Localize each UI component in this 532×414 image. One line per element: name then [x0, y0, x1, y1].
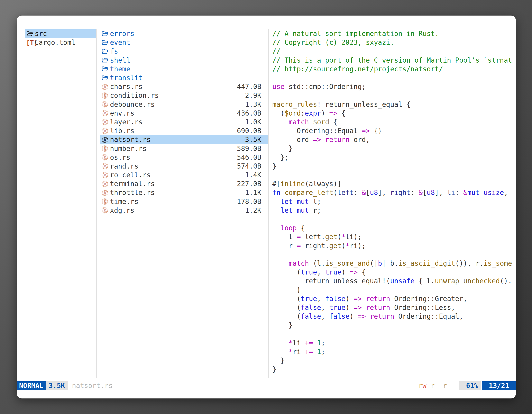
parent-item[interactable]: R [T] src	[25, 29, 96, 38]
rust-file-icon: R	[101, 83, 109, 90]
rust-file-icon: R	[101, 145, 109, 152]
scroll-percent-badge: 61%	[459, 381, 481, 390]
code-line: }	[272, 365, 516, 374]
file-size: 436.0B	[237, 109, 268, 117]
file-row[interactable]: R rand.rs 574.0B	[100, 162, 268, 171]
file-name: xdg.rs	[110, 206, 134, 214]
file-name: natsort.rs	[110, 136, 151, 144]
code-line: }	[272, 285, 516, 294]
rust-file-icon: R	[101, 189, 109, 196]
code-line	[272, 329, 516, 338]
folder-open-icon	[101, 74, 109, 82]
rust-file-icon: R	[101, 109, 109, 117]
file-row[interactable]: R shell	[100, 56, 268, 65]
file-name: lib.rs	[110, 127, 134, 135]
code-line: ord => return ord,	[272, 135, 516, 144]
parent-item[interactable]: R [T] Cargo.toml	[25, 38, 96, 47]
file-name: shell	[110, 56, 130, 64]
file-name: env.rs	[110, 109, 134, 117]
folder-open-icon	[101, 39, 109, 46]
svg-text:R: R	[104, 103, 106, 106]
folder-open-icon	[101, 57, 109, 64]
rust-file-icon: R	[101, 154, 109, 161]
rust-file-icon: R	[101, 171, 109, 179]
code-line: let mut r;	[272, 206, 516, 215]
mode-badge: NORMAL	[17, 381, 46, 390]
file-row[interactable]: R number.rs 589.0B	[100, 144, 268, 153]
code-line: use std::cmp::Ordering;	[272, 82, 516, 91]
rust-file-icon: R	[101, 180, 109, 188]
code-line: //	[272, 47, 516, 56]
file-row[interactable]: R xdg.rs 1.2K	[100, 206, 268, 215]
file-row[interactable]: R os.rs 546.0B	[100, 153, 268, 162]
file-row[interactable]: R lib.rs 690.0B	[100, 126, 268, 135]
file-size: 1.0K	[245, 118, 268, 126]
folder-open-icon	[101, 30, 109, 38]
rust-file-icon: R	[101, 127, 109, 135]
toml-file-icon: [T]	[26, 39, 34, 46]
code-line: (false, false) => return Ordering::Equal…	[272, 312, 516, 321]
svg-text:R: R	[104, 111, 106, 115]
svg-text:R: R	[104, 208, 106, 212]
code-line: }	[272, 144, 516, 153]
svg-text:R: R	[104, 85, 106, 89]
code-line: // http://sourcefrog.net/projects/natsor…	[272, 65, 516, 73]
code-line: (true, false) => return Ordering::Greate…	[272, 294, 516, 303]
code-line: loop {	[272, 223, 516, 232]
code-line: }	[272, 356, 516, 365]
code-line: return_unless_equal!(unsafe { l.unwrap_u…	[272, 277, 516, 285]
code-line: ($ord:expr) => {	[272, 109, 516, 118]
cursor-position-badge: 13/21	[482, 381, 516, 390]
file-name: os.rs	[110, 154, 130, 161]
file-row[interactable]: R chars.rs 447.0B	[100, 82, 268, 91]
svg-text:R: R	[104, 200, 106, 203]
permissions-label: -rw-r--r--	[414, 381, 455, 390]
file-size: 1.1K	[245, 189, 268, 197]
code-line: (false, true) => return Ordering::Less,	[272, 303, 516, 312]
file-name: layer.rs	[110, 118, 142, 126]
file-row[interactable]: R errors	[100, 29, 268, 38]
item-name: Cargo.toml	[35, 39, 76, 47]
file-row[interactable]: R event	[100, 38, 268, 47]
svg-text:R: R	[104, 120, 106, 124]
file-row[interactable]: R condition.rs 2.9K	[100, 91, 268, 100]
svg-text:R: R	[104, 94, 106, 97]
file-size-badge: 3.5K	[46, 381, 68, 390]
file-row[interactable]: R ro_cell.rs 1.4K	[100, 171, 268, 179]
code-line: match (l.is_some_and(|b| b.is_ascii_digi…	[272, 259, 516, 268]
folder-open-icon	[101, 65, 109, 73]
file-size: 1.4K	[245, 171, 268, 179]
yazi-window: R [T] src	[17, 16, 516, 398]
file-row[interactable]: R theme	[100, 65, 268, 73]
file-row[interactable]: R natsort.rs 3.5K	[100, 135, 268, 144]
file-size: 546.0B	[237, 154, 268, 161]
code-line: // This is a port of the C version of Ma…	[272, 56, 516, 65]
file-row[interactable]: R env.rs 436.0B	[100, 109, 268, 118]
file-row[interactable]: R terminal.rs 227.0B	[100, 179, 268, 188]
file-name: translit	[110, 74, 142, 82]
file-row[interactable]: R time.rs 178.0B	[100, 197, 268, 206]
file-name: debounce.rs	[110, 100, 155, 108]
status-bar-right: -rw-r--r-- 61% 13/21	[414, 381, 516, 390]
code-line: (true, true) => {	[272, 268, 516, 277]
rust-file-icon: R	[101, 207, 109, 214]
code-line	[272, 250, 516, 259]
desktop-background: R [T] src	[0, 0, 532, 414]
file-row[interactable]: R debounce.rs 1.3K	[100, 100, 268, 109]
code-line	[272, 91, 516, 100]
code-line: }	[272, 321, 516, 329]
code-line	[272, 215, 516, 223]
svg-text:R: R	[104, 155, 106, 159]
file-row[interactable]: R translit	[100, 73, 268, 82]
parent-pane: R [T] src	[25, 29, 96, 47]
status-bar: NORMAL 3.5K natsort.rs -rw-r--r-- 61% 13…	[17, 381, 516, 390]
file-row[interactable]: R fs	[100, 47, 268, 56]
file-row[interactable]: R layer.rs 1.0K	[100, 118, 268, 126]
folder-open-icon	[26, 30, 34, 38]
svg-text:R: R	[104, 138, 106, 142]
rust-file-icon: R	[101, 101, 109, 108]
code-line: // A natural sort implementation in Rust…	[272, 29, 516, 38]
file-name: condition.rs	[110, 91, 159, 99]
code-line: Ordering::Equal => {}	[272, 126, 516, 135]
file-row[interactable]: R throttle.rs 1.1K	[100, 188, 268, 197]
